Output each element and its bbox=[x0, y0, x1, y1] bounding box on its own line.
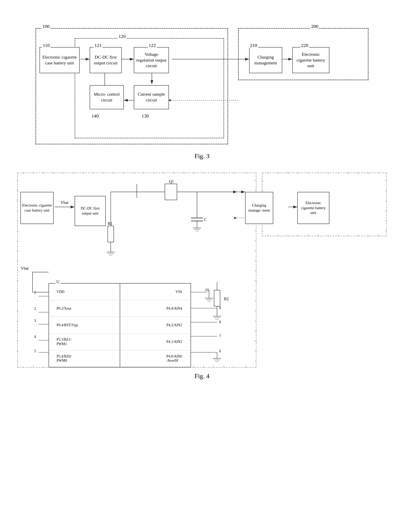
svg-line-100 bbox=[255, 310, 256, 312]
svg-line-64 bbox=[213, 366, 215, 367]
pin-p41: P4.1/AIN1 bbox=[120, 334, 191, 350]
svg-line-37 bbox=[173, 172, 174, 174]
block-210: Charging management bbox=[249, 47, 282, 73]
svg-line-33 bbox=[133, 172, 135, 174]
svg-text:6: 6 bbox=[219, 349, 221, 353]
svg-line-108 bbox=[287, 172, 289, 174]
svg-line-115 bbox=[358, 172, 359, 174]
svg-line-102 bbox=[255, 330, 256, 332]
block-121: DC-DC first output circuit bbox=[90, 47, 122, 73]
svg-text:5: 5 bbox=[34, 349, 36, 353]
svg-line-47 bbox=[43, 366, 44, 367]
ref-121: 121 bbox=[94, 43, 103, 48]
svg-line-42 bbox=[223, 172, 225, 174]
svg-line-129 bbox=[378, 235, 379, 236]
ref-122: 122 bbox=[148, 43, 157, 48]
fig3-diagram: 100 200 120 Electronic cigarette case ba… bbox=[32, 16, 372, 152]
svg-line-23 bbox=[32, 172, 34, 174]
pin-p54: P5.4/BZ0/PWM0 bbox=[49, 350, 120, 367]
fig3-container: 100 200 120 Electronic cigarette case ba… bbox=[32, 16, 372, 160]
pin-p02: P0.2/Xout bbox=[49, 300, 120, 317]
pin-p42: P4.2/AIN2 bbox=[120, 317, 191, 334]
svg-line-38 bbox=[183, 172, 185, 174]
svg-line-140 bbox=[385, 220, 387, 222]
svg-line-99 bbox=[255, 300, 256, 302]
ref-210: 210 bbox=[249, 43, 258, 48]
svg-line-41 bbox=[213, 172, 215, 174]
svg-line-82 bbox=[17, 320, 19, 322]
svg-line-127 bbox=[358, 235, 359, 236]
svg-line-96 bbox=[255, 270, 256, 272]
ref-220: 220 bbox=[300, 43, 309, 48]
block-122: Voltage regulation output circuit bbox=[134, 47, 169, 73]
svg-line-34 bbox=[143, 172, 144, 174]
svg-line-80 bbox=[17, 300, 19, 302]
ref-130: 130 bbox=[141, 113, 150, 119]
svg-line-78 bbox=[17, 280, 19, 282]
svg-rect-146 bbox=[165, 184, 177, 200]
svg-line-130 bbox=[262, 180, 263, 182]
svg-line-77 bbox=[17, 270, 19, 272]
svg-line-95 bbox=[255, 260, 256, 262]
svg-line-67 bbox=[245, 366, 247, 367]
svg-line-62 bbox=[193, 366, 195, 367]
svg-line-75 bbox=[17, 250, 19, 252]
svg-line-103 bbox=[255, 340, 256, 342]
svg-line-31 bbox=[113, 172, 114, 174]
svg-rect-152 bbox=[108, 226, 114, 242]
svg-line-131 bbox=[262, 190, 263, 191]
ref-200: 200 bbox=[310, 24, 319, 29]
svg-text:Vbat: Vbat bbox=[61, 200, 68, 205]
svg-line-105 bbox=[255, 360, 256, 362]
svg-line-44 bbox=[245, 172, 247, 174]
svg-line-94 bbox=[255, 250, 256, 252]
svg-text:7: 7 bbox=[219, 334, 221, 338]
svg-line-63 bbox=[203, 366, 205, 367]
svg-text:1: 1 bbox=[34, 290, 36, 295]
svg-line-40 bbox=[203, 172, 205, 174]
fig4-charging-block: Charging manage- ment bbox=[245, 192, 273, 224]
svg-line-81 bbox=[17, 310, 19, 312]
svg-line-85 bbox=[17, 350, 19, 352]
svg-line-118 bbox=[267, 235, 269, 236]
svg-line-126 bbox=[347, 235, 349, 236]
pin-p53: P5.3/BZ1/PWM1 bbox=[49, 334, 120, 350]
svg-line-24 bbox=[43, 172, 44, 174]
svg-text:R2: R2 bbox=[224, 297, 229, 301]
svg-text:8: 8 bbox=[219, 320, 221, 324]
pin-vss: VSS bbox=[120, 284, 191, 300]
svg-line-139 bbox=[385, 210, 387, 212]
block-130: Current sample circuit bbox=[134, 85, 169, 109]
svg-line-35 bbox=[153, 172, 154, 174]
svg-line-25 bbox=[52, 172, 54, 174]
svg-line-137 bbox=[385, 190, 387, 191]
svg-line-86 bbox=[17, 360, 19, 362]
svg-line-26 bbox=[63, 172, 64, 174]
ic-block-u: VDD P0.2/Xout P0.4/RST/Vpp P5.3/BZ1/PWM1 bbox=[49, 283, 191, 367]
svg-line-112 bbox=[327, 172, 329, 174]
svg-line-27 bbox=[73, 172, 74, 174]
svg-line-110 bbox=[307, 172, 309, 174]
svg-text:Q1: Q1 bbox=[169, 179, 174, 184]
svg-line-73 bbox=[17, 230, 19, 232]
svg-line-101 bbox=[255, 320, 256, 322]
pin-p04: P0.4/RST/Vpp bbox=[49, 317, 120, 334]
block-110: Electronic cigarette case battery unit bbox=[39, 47, 80, 73]
svg-line-113 bbox=[337, 172, 339, 174]
svg-text:3: 3 bbox=[34, 318, 36, 323]
fig4-eccase-block: Electronic cigarette case battery unit bbox=[20, 192, 54, 224]
fig4-dcdc-block: DC-DC first output unit bbox=[75, 196, 106, 226]
svg-line-92 bbox=[255, 230, 256, 232]
ic-left-side: VDD P0.2/Xout P0.4/RST/Vpp P5.3/BZ1/PWM1 bbox=[49, 284, 120, 367]
svg-line-141 bbox=[385, 230, 387, 232]
svg-line-22 bbox=[22, 172, 24, 174]
pin-p44: P4.4/AIN4 bbox=[120, 300, 191, 317]
svg-line-136 bbox=[385, 180, 387, 182]
svg-line-97 bbox=[255, 280, 256, 282]
svg-line-69 bbox=[17, 190, 19, 191]
ref-100: 100 bbox=[42, 24, 50, 29]
fig4-diagram: Vbat Q1 R1 bbox=[16, 172, 388, 368]
svg-line-39 bbox=[193, 172, 195, 174]
svg-line-32 bbox=[123, 172, 124, 174]
fig4-ecbatt-block: Electronic cigarette battery unit bbox=[297, 192, 329, 224]
